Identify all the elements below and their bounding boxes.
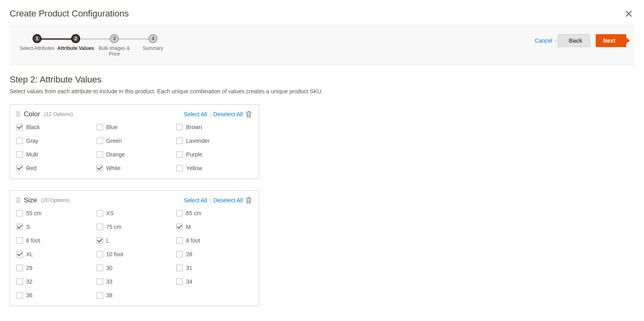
attribute-option[interactable]: Black [17,124,93,130]
attribute-option[interactable]: 65 cm [176,210,252,216]
select-all-link[interactable]: Select All [184,197,207,204]
attribute-option[interactable]: Red [17,165,93,171]
modal-header: Create Product Configurations [10,0,634,25]
select-all-link[interactable]: Select All [184,111,207,117]
options-grid: 55 cmXS65 cmS75 cmM6 footL8 footXL10 foo… [17,210,252,298]
attribute-option[interactable]: 31 [176,265,252,271]
attribute-option[interactable]: XS [97,210,173,216]
attribute-option[interactable]: Multi [17,151,93,158]
attribute-option[interactable]: Yellow [176,165,252,171]
attribute-option[interactable]: Green [97,138,173,144]
checkbox[interactable] [17,165,23,171]
deselect-all-link[interactable]: Deselect All [213,111,243,117]
attribute-option[interactable]: 75 cm [97,224,173,230]
attribute-option[interactable]: 30 [97,265,173,271]
checkbox[interactable] [97,210,103,216]
option-label: 33 [106,278,113,285]
checkbox[interactable] [17,265,23,271]
close-icon[interactable] [623,8,634,19]
checkbox[interactable] [176,278,183,285]
checkbox[interactable] [176,138,183,144]
next-button[interactable]: Next [596,34,626,47]
checkbox[interactable] [176,237,183,244]
attribute-option[interactable]: 36 [17,292,93,298]
checkbox[interactable] [17,210,23,216]
attribute-option[interactable]: 28 [176,251,252,257]
wizard-actions: Cancel Back Next [535,33,626,47]
attribute-header-actions: Select All|Deselect All [184,110,252,118]
attribute-option[interactable]: Blue [97,124,173,130]
checkbox[interactable] [97,138,103,144]
attribute-option[interactable]: 29 [17,265,93,271]
checkbox[interactable] [17,292,23,298]
option-label: 31 [186,265,192,271]
attribute-count: (20 Options) [41,197,70,203]
attribute-option[interactable]: 55 cm [17,210,93,216]
next-button-label: Next [603,37,615,44]
modal-title: Create Product Configurations [10,8,129,19]
checkbox[interactable] [97,124,103,130]
modal-create-product-configurations: Create Product Configurations 1Select At… [0,0,644,321]
cancel-link[interactable]: Cancel [535,37,553,44]
step-connector [37,38,76,40]
option-label: Purple [186,151,202,158]
attribute-option[interactable]: 8 foot [176,237,252,244]
checkbox[interactable] [17,124,23,130]
attribute-option[interactable]: 32 [17,278,93,285]
checkbox[interactable] [17,224,23,230]
attribute-option[interactable]: Orange [97,151,173,158]
checkbox[interactable] [97,278,103,285]
checkbox[interactable] [176,151,183,158]
option-label: XL [26,251,33,257]
step-description: Select values from each attribute to inc… [10,88,634,95]
checkbox[interactable] [176,265,183,271]
checkbox[interactable] [97,165,103,171]
attribute-option[interactable]: 33 [97,278,173,285]
trash-icon[interactable] [245,196,252,204]
checkbox[interactable] [176,224,183,230]
attribute-header: Color(12 Options)Select All|Deselect All [17,110,252,118]
checkbox[interactable] [97,224,103,230]
checkbox[interactable] [176,251,183,257]
option-label: Multi [26,151,38,158]
drag-handle-icon[interactable] [17,198,20,203]
attribute-option[interactable]: 10 foot [97,251,173,257]
checkbox[interactable] [17,237,23,244]
option-label: Green [106,138,122,144]
attribute-option[interactable]: L [97,237,173,244]
attribute-option[interactable]: 38 [97,292,173,298]
checkbox[interactable] [97,151,103,158]
attribute-header-actions: Select All|Deselect All [184,196,252,204]
deselect-all-link[interactable]: Deselect All [213,197,243,204]
trash-icon[interactable] [245,110,252,118]
checkbox[interactable] [17,138,23,144]
option-label: 36 [26,292,33,298]
attribute-option[interactable]: Brown [176,124,252,130]
checkbox[interactable] [176,210,183,216]
option-label: 65 cm [186,210,201,216]
step-dot: 4 [149,34,157,43]
option-label: Red [26,165,37,171]
attribute-option[interactable]: White [97,165,173,171]
attribute-option[interactable]: Gray [17,138,93,144]
attribute-option[interactable]: XL [17,251,93,257]
attribute-option[interactable]: S [17,224,93,230]
attribute-option[interactable]: Lavender [176,138,252,144]
attribute-option[interactable]: M [176,224,252,230]
checkbox[interactable] [17,251,23,257]
option-label: 34 [186,278,192,285]
back-button-label: Back [569,37,582,44]
checkbox[interactable] [97,265,103,271]
drag-handle-icon[interactable] [17,111,20,117]
checkbox[interactable] [17,278,23,285]
attribute-option[interactable]: Purple [176,151,252,158]
checkbox[interactable] [17,151,23,158]
attribute-option[interactable]: 6 foot [17,237,93,244]
checkbox[interactable] [176,165,183,171]
attribute-option[interactable]: 34 [176,278,252,285]
checkbox[interactable] [97,251,103,257]
back-button[interactable]: Back [558,34,590,47]
checkbox[interactable] [176,124,183,130]
checkbox[interactable] [97,237,103,244]
checkbox[interactable] [97,292,103,298]
